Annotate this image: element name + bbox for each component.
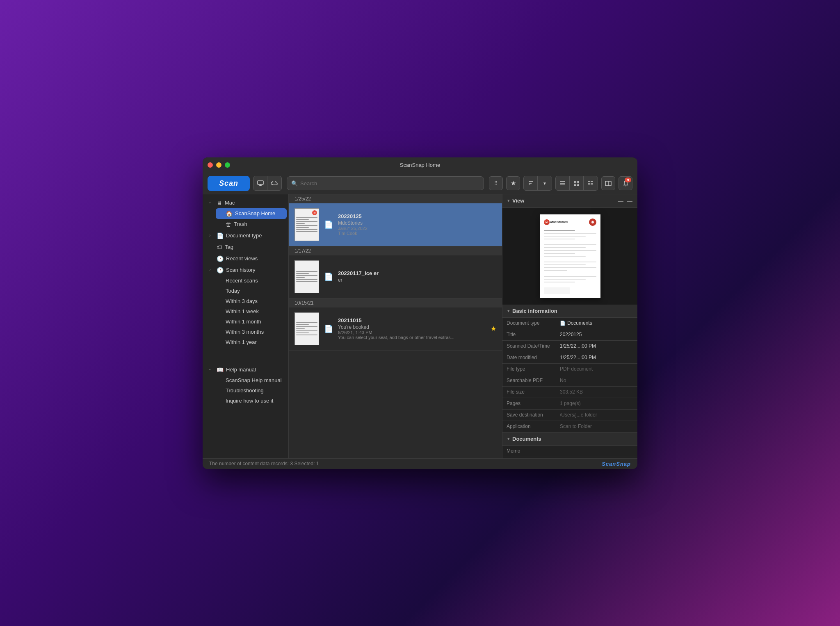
recent-views-icon: 🕐	[217, 255, 224, 262]
info-row-file-size: File size 303.52 KB	[502, 387, 637, 398]
document-preview: M MacStories ⏰	[540, 214, 600, 298]
date-header-3: 10/15/21	[289, 298, 502, 307]
scan-thumbnail-3	[294, 312, 319, 345]
notification-badge: 9	[625, 178, 631, 182]
titlebar: ScanSnap Home	[203, 157, 637, 173]
memo-row: Memo	[502, 446, 637, 457]
doc-type-icon-1: 📄	[324, 220, 333, 229]
documents-section-header: ▾ Documents	[502, 433, 637, 446]
star-filter-button[interactable]: ★	[506, 176, 520, 190]
split-view-button[interactable]	[601, 176, 615, 190]
sidebar-item-scansnap-home[interactable]: 🏠 ScanSnap Home	[216, 208, 287, 219]
preview-logo: M MacStories	[544, 219, 568, 225]
sidebar-item-within-1-year[interactable]: Within 1 year	[216, 337, 287, 347]
info-row-title: Title 20220125	[502, 329, 637, 341]
sidebar-item-within-1-month[interactable]: Within 1 month	[216, 316, 287, 327]
document-type-icon: 📄	[217, 232, 224, 239]
maximize-button[interactable]	[225, 162, 230, 168]
content-area: 1/25/22 M 📄 20220125 MdcStori	[289, 194, 502, 458]
sidebar-item-trash[interactable]: 🗑 Trash	[216, 219, 287, 230]
main-layout: 🖥 Mac 🏠 ScanSnap Home 🗑 Trash	[203, 194, 637, 458]
home-icon: 🏠	[226, 210, 233, 217]
search-icon: 🔍	[291, 180, 298, 187]
preview-area: M MacStories ⏰	[502, 208, 637, 305]
star-icon-3[interactable]: ★	[491, 325, 496, 332]
sidebar-item-document-type[interactable]: 📄 Document type	[204, 230, 287, 241]
preview-badge-icon: ⏰	[589, 219, 596, 226]
list-view-button[interactable]	[556, 176, 570, 190]
search-bar[interactable]: 🔍	[287, 176, 484, 190]
scan-history-chevron-icon	[209, 268, 214, 272]
svg-rect-12	[577, 184, 579, 186]
sidebar-item-tag[interactable]: 🏷 Tag	[204, 242, 287, 253]
scan-item-2[interactable]: 📄 20220117_Ice er er	[289, 255, 502, 298]
basic-info-table: Document type 📄 Documents Title 20220125…	[502, 318, 637, 433]
info-row-save-destination: Save destination /Users/j...e folder	[502, 410, 637, 421]
info-value-document-type: 📄 Documents	[556, 318, 637, 329]
basic-info-section-header: ▾ Basic information	[502, 305, 637, 318]
doctype-section: 📄 Document type	[203, 230, 288, 241]
view-close-button[interactable]: —	[627, 198, 632, 204]
notification-button[interactable]: 9	[619, 176, 632, 190]
scan-history-children: Recent scans Today Within 3 days Within …	[203, 275, 288, 347]
monitor-icon: 🖥	[217, 200, 222, 206]
mac-chevron-icon	[209, 200, 214, 205]
help-manual-section: 📖 Help manual ScanSnap Help manual Troub…	[203, 364, 288, 406]
sort-group: ▼	[523, 176, 552, 191]
tag-icon: 🏷	[217, 244, 222, 250]
scan-info-1: 20220125 MdcStories Janu^ 25,2022 Tim Co…	[338, 213, 496, 236]
close-button[interactable]	[208, 162, 213, 168]
toolbar: Scan 🔍 ⠿ ★	[203, 173, 637, 194]
sidebar-item-within-1-week[interactable]: Within 1 week	[216, 306, 287, 316]
traffic-lights	[208, 162, 230, 168]
sort-icon-button[interactable]	[524, 176, 538, 190]
help-chevron-icon	[209, 367, 214, 372]
grid-view-button[interactable]	[570, 176, 584, 190]
grid-dots-button[interactable]: ⠿	[489, 176, 503, 190]
scan-info-2: 20220117_Ice er er	[338, 270, 496, 283]
right-panel: ▾ View — — M MacStories ⏰	[502, 194, 637, 458]
sort-chevron-button[interactable]: ▼	[538, 176, 552, 190]
status-text: The number of content data records: 3 Se…	[209, 461, 319, 467]
sidebar-item-recent-views[interactable]: 🕐 Recent views	[204, 253, 287, 264]
date-header-2: 1/17/22	[289, 246, 502, 255]
scan-thumbnail-1: M	[294, 208, 319, 241]
info-row-document-type: Document type 📄 Documents	[502, 318, 637, 329]
scan-item-1[interactable]: M 📄 20220125 MdcStories Janu^ 25,2022 Ti…	[289, 203, 502, 246]
cloud-icon-button[interactable]	[267, 176, 281, 190]
scan-button[interactable]: Scan	[208, 176, 250, 191]
app-window: ScanSnap Home Scan 🔍 ⠿ ★	[203, 157, 637, 469]
scan-item-3[interactable]: 📄 20211015 You're booked 9/26/21, 1:43 P…	[289, 307, 502, 351]
sidebar-item-troubleshooting[interactable]: Troubleshooting	[216, 385, 287, 396]
sidebar-item-within-3-days[interactable]: Within 3 days	[216, 296, 287, 306]
sidebar-item-help-manual[interactable]: 📖 Help manual	[204, 364, 287, 375]
info-row-scanned-datetime: Scanned Date/Time 1/25/22...:00 PM	[502, 341, 637, 352]
recent-views-section: 🕐 Recent views	[203, 253, 288, 264]
view-chevron-icon: ▾	[507, 198, 510, 203]
mac-children: 🏠 ScanSnap Home 🗑 Trash	[203, 208, 288, 230]
sidebar-item-recent-scans[interactable]: Recent scans	[216, 275, 287, 286]
sidebar-mac[interactable]: 🖥 Mac	[204, 198, 287, 208]
sidebar-item-scan-history[interactable]: 🕐 Scan history	[204, 265, 287, 275]
scan-history-section: 🕐 Scan history Recent scans Today Within…	[203, 265, 288, 347]
view-toggle-group	[253, 176, 282, 191]
sidebar-item-within-3-months[interactable]: Within 3 months	[216, 327, 287, 337]
scansnap-brand-logo: ScanSnap	[602, 461, 631, 467]
basic-info-chevron-icon: ▾	[507, 308, 510, 314]
sidebar-item-help-manual-link[interactable]: ScanSnap Help manual	[216, 375, 287, 385]
monitor-icon-button[interactable]	[253, 176, 267, 190]
layout-group	[555, 176, 598, 191]
svg-rect-10	[577, 181, 579, 183]
mac-section: 🖥 Mac 🏠 ScanSnap Home 🗑 Trash	[203, 198, 288, 230]
detail-view-button[interactable]	[584, 176, 598, 190]
view-minimize-button[interactable]: —	[618, 198, 623, 204]
search-input[interactable]	[300, 180, 479, 187]
info-row-searchable-pdf: Searchable PDF No	[502, 375, 637, 387]
sidebar-item-inquire[interactable]: Inquire how to use it	[216, 396, 287, 406]
minimize-button[interactable]	[216, 162, 221, 168]
sidebar: 🖥 Mac 🏠 ScanSnap Home 🗑 Trash	[203, 194, 289, 458]
svg-rect-11	[574, 184, 576, 186]
doctype-chevron-icon	[209, 233, 214, 238]
scan-info-3: 20211015 You're booked 9/26/21, 1:43 PM …	[338, 317, 486, 340]
sidebar-item-today[interactable]: Today	[216, 286, 287, 296]
